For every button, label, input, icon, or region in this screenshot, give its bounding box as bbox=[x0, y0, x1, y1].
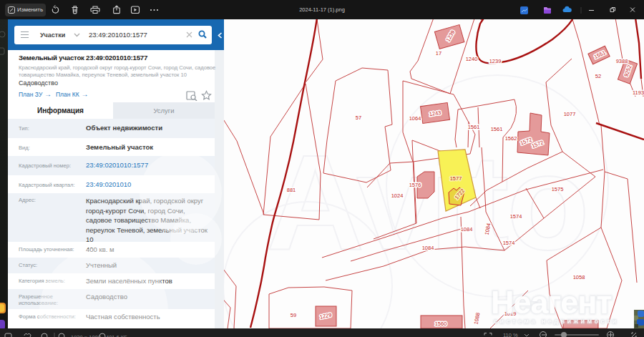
svg-text:52: 52 bbox=[595, 73, 601, 79]
svg-text:1574: 1574 bbox=[503, 240, 515, 246]
svg-text:1058: 1058 bbox=[573, 274, 585, 280]
svg-text:1575: 1575 bbox=[552, 186, 564, 192]
svg-text:57: 57 bbox=[356, 114, 361, 121]
svg-text:9388: 9388 bbox=[616, 58, 628, 64]
svg-text:1084: 1084 bbox=[461, 226, 473, 233]
svg-text:1561: 1561 bbox=[468, 124, 480, 130]
svg-text:1193: 1193 bbox=[633, 89, 644, 96]
svg-text:401,6 КБ: 401,6 КБ bbox=[106, 334, 127, 337]
svg-text:881: 881 bbox=[287, 187, 296, 193]
svg-text:1240: 1240 bbox=[466, 56, 478, 62]
svg-text:1577: 1577 bbox=[450, 175, 462, 182]
svg-text:1562: 1562 bbox=[505, 135, 517, 142]
svg-text:1077: 1077 bbox=[564, 111, 576, 117]
svg-text:1920 × 1080: 1920 × 1080 bbox=[71, 334, 101, 337]
svg-text:1064: 1064 bbox=[409, 115, 421, 122]
svg-text:1024: 1024 bbox=[391, 192, 404, 199]
svg-text:1239: 1239 bbox=[489, 58, 502, 64]
svg-text:17: 17 bbox=[436, 50, 441, 57]
svg-text:1574: 1574 bbox=[510, 213, 522, 220]
svg-text:1560: 1560 bbox=[435, 321, 447, 327]
svg-text:59: 59 bbox=[291, 312, 296, 318]
svg-text:110 %: 110 % bbox=[503, 332, 518, 337]
svg-text:Неагент: Неагент bbox=[491, 284, 612, 321]
svg-text:1561: 1561 bbox=[491, 126, 503, 132]
svg-text:1576: 1576 bbox=[409, 182, 421, 188]
svg-text:1084: 1084 bbox=[422, 245, 434, 251]
svg-text:система недвижимости: система недвижимости bbox=[494, 318, 619, 325]
